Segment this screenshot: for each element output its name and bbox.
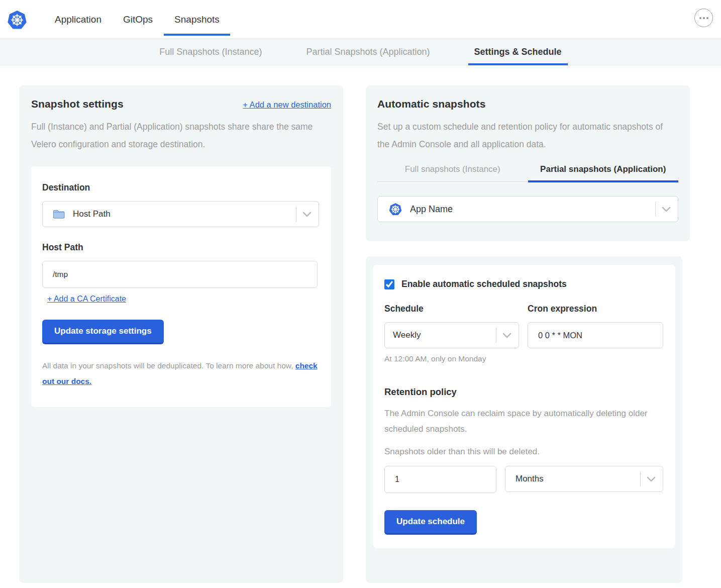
chevron-down-icon xyxy=(502,333,511,338)
subnav-settings-schedule[interactable]: Settings & Schedule xyxy=(474,39,562,65)
add-destination-link[interactable]: + Add a new destination xyxy=(243,100,331,110)
host-path-input[interactable] xyxy=(42,261,318,288)
tab-partial-snapshots-application[interactable]: Partial snapshots (Application) xyxy=(528,164,679,181)
enable-snapshots-label: Enable automatic scheduled snapshots xyxy=(401,279,567,289)
enable-snapshots-checkbox[interactable] xyxy=(384,279,394,289)
app-kubernetes-icon xyxy=(389,203,402,216)
retention-unit-value: Months xyxy=(516,474,640,484)
snapshot-settings-description: Full (Instance) and Partial (Application… xyxy=(31,118,328,153)
subnav-full-snapshots[interactable]: Full Snapshots (Instance) xyxy=(159,39,262,65)
automatic-snapshots-title: Automatic snapshots xyxy=(377,98,678,110)
retention-amount-input[interactable] xyxy=(384,466,496,493)
active-tab-indicator xyxy=(164,34,230,36)
subnav-partial-snapshots-label: Partial Snapshots (Application) xyxy=(306,47,430,57)
snapshot-settings-card: Snapshot settings + Add a new destinatio… xyxy=(19,85,343,583)
destination-value: Host Path xyxy=(73,209,296,219)
snapshot-settings-title: Snapshot settings xyxy=(31,98,124,110)
tab-gitops[interactable]: GitOps xyxy=(123,0,153,39)
cron-expression-input[interactable] xyxy=(528,322,663,348)
host-path-label: Host Path xyxy=(42,242,319,253)
select-divider xyxy=(640,471,641,486)
destination-select[interactable]: Host Path xyxy=(42,201,319,227)
app-name-value: App Name xyxy=(410,204,655,215)
schedule-label: Schedule xyxy=(384,304,519,314)
ellipsis-icon xyxy=(699,17,701,19)
select-divider xyxy=(296,207,296,222)
tab-gitops-label: GitOps xyxy=(123,14,153,25)
tab-snapshots-label: Snapshots xyxy=(174,14,220,25)
chevron-down-icon xyxy=(662,207,671,212)
schedule-interval-value: Weekly xyxy=(393,330,496,340)
schedule-interval-select[interactable]: Weekly xyxy=(384,322,519,348)
tab-application-label: Application xyxy=(55,14,101,25)
destination-label: Destination xyxy=(42,182,319,193)
dedupe-footnote: All data in your snapshots will be dedup… xyxy=(42,358,319,389)
subnav-full-snapshots-label: Full Snapshots (Instance) xyxy=(159,47,262,57)
cron-hint: At 12:00 AM, only on Monday xyxy=(384,354,663,363)
automatic-snapshots-description: Set up a custom schedule and retention p… xyxy=(377,118,669,153)
kubernetes-logo-icon xyxy=(7,10,27,30)
automatic-snapshots-card: Automatic snapshots Set up a custom sche… xyxy=(366,85,690,241)
update-storage-settings-button[interactable]: Update storage settings xyxy=(42,320,164,343)
tab-full-snapshots-instance[interactable]: Full snapshots (Instance) xyxy=(377,164,528,181)
select-divider xyxy=(496,328,496,343)
active-subnav-indicator xyxy=(468,63,568,65)
subnav-settings-schedule-label: Settings & Schedule xyxy=(474,47,562,57)
chevron-down-icon xyxy=(302,212,312,217)
retention-policy-title: Retention policy xyxy=(384,386,663,398)
snapshots-subnav: Full Snapshots (Instance) Partial Snapsh… xyxy=(0,39,721,65)
folder-icon xyxy=(53,209,65,219)
storage-settings-panel: Destination Host Path Host Path + Add a … xyxy=(31,166,331,407)
dedupe-footnote-text: All data in your snapshots will be dedup… xyxy=(42,361,295,370)
subnav-partial-snapshots[interactable]: Partial Snapshots (Application) xyxy=(306,39,430,65)
top-nav: Application GitOps Snapshots xyxy=(0,0,721,39)
more-menu-button[interactable] xyxy=(694,9,713,27)
app-name-select[interactable]: App Name xyxy=(377,196,678,222)
schedule-card: Enable automatic scheduled snapshots Sch… xyxy=(366,256,682,583)
retention-policy-description: The Admin Console can reclaim space by a… xyxy=(384,406,656,437)
schedule-panel: Enable automatic scheduled snapshots Sch… xyxy=(373,265,675,548)
tab-snapshots[interactable]: Snapshots xyxy=(174,0,220,39)
tab-partial-snapshots-application-label: Partial snapshots (Application) xyxy=(540,164,666,174)
cron-expression-label: Cron expression xyxy=(528,304,663,314)
add-ca-certificate-link[interactable]: + Add a CA Certificate xyxy=(47,295,126,304)
tab-full-snapshots-instance-label: Full snapshots (Instance) xyxy=(405,164,500,174)
tab-application[interactable]: Application xyxy=(55,0,101,39)
retention-hint: Snapshots older than this will be delete… xyxy=(384,447,663,457)
snapshot-type-tabs: Full snapshots (Instance) Partial snapsh… xyxy=(377,164,678,182)
select-divider xyxy=(655,202,656,217)
retention-unit-select[interactable]: Months xyxy=(505,466,663,492)
update-schedule-button[interactable]: Update schedule xyxy=(384,510,477,533)
chevron-down-icon xyxy=(647,476,656,482)
active-snapshot-tab-indicator xyxy=(528,180,679,182)
main-nav: Application GitOps Snapshots xyxy=(55,0,220,39)
